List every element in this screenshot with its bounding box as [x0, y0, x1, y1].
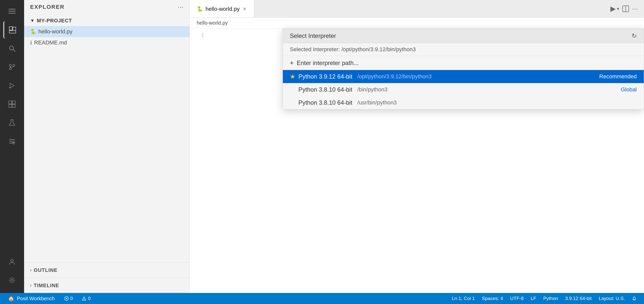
interpreter-item-python-3810-usr[interactable]: ★ Python 3.8.10 64-bit /usr/bin/python3: [283, 96, 644, 109]
interpreter-refresh-button[interactable]: ↻: [632, 32, 637, 39]
settings-icon[interactable]: [3, 271, 21, 289]
warnings-count: 0: [88, 296, 91, 301]
file-readme-md[interactable]: ℹ README.md: [24, 37, 189, 48]
svg-point-24: [11, 279, 13, 281]
python-version-status[interactable]: 3.9.12 64-bit: [562, 293, 595, 304]
outline-header[interactable]: › OUTLINE: [24, 265, 189, 276]
spaces-status[interactable]: Spaces: 4: [478, 293, 507, 304]
interpreter-item-label: Python 3.8.10 64-bit: [298, 99, 352, 106]
errors-count: 0: [70, 296, 73, 301]
svg-rect-2: [9, 13, 16, 14]
interpreter-item-left: ★ Python 3.8.10 64-bit /bin/python3: [290, 86, 621, 93]
sidebar: Explorer ··· ▼ MY-PROJECT 🐍 hello-world.…: [24, 0, 190, 293]
interpreter-item-path: /usr/bin/python3: [357, 99, 397, 106]
warnings-status[interactable]: 0: [78, 293, 94, 304]
svg-point-10: [13, 64, 15, 66]
file-label: README.md: [34, 39, 67, 46]
tab-bar: 🐍 hello-world.py ✕ ▶ ▾ ···: [190, 0, 644, 18]
interpreter-item-label: Python 3.9.12 64-bit: [298, 73, 352, 80]
account-icon[interactable]: [3, 253, 21, 270]
sidebar-title: Explorer: [30, 4, 65, 10]
project-tree: ▼ MY-PROJECT 🐍 hello-world.py ℹ README.m…: [24, 14, 189, 49]
activity-bar: [0, 0, 24, 293]
breadcrumb-file: hello-world.py: [197, 20, 228, 26]
svg-rect-5: [9, 31, 16, 33]
editor-content: 1 Select Interpreter ↻ Selected Interpre…: [190, 29, 644, 293]
project-name: MY-PROJECT: [37, 18, 72, 24]
search-icon[interactable]: [3, 40, 21, 57]
editor-area: 🐍 hello-world.py ✕ ▶ ▾ ··· h: [190, 0, 644, 293]
svg-point-31: [84, 299, 85, 300]
source-control-icon[interactable]: [3, 58, 21, 76]
timeline-section: › TIMELINE: [24, 278, 189, 293]
explorer-icon[interactable]: [3, 21, 21, 39]
file-label: hello-world.py: [38, 28, 73, 35]
interpreter-item-python-3810-bin[interactable]: ★ Python 3.8.10 64-bit /bin/python3 Glob…: [283, 83, 644, 96]
language-status[interactable]: Python: [540, 293, 562, 304]
tab-close-button[interactable]: ✕: [242, 6, 247, 12]
status-bar: 🏠 Posit Workbench 0 0 Ln 1, Col 1 Spaces…: [0, 293, 644, 304]
svg-rect-1: [9, 11, 16, 12]
svg-rect-13: [9, 101, 12, 104]
plus-icon: +: [290, 59, 294, 67]
star-icon: ★: [290, 73, 295, 80]
run-icon: ▶: [610, 5, 616, 13]
interpreter-item-python-3912[interactable]: ★ Python 3.9.12 64-bit /opt/python/3.9.1…: [283, 70, 644, 83]
interpreter-item-label: Python 3.8.10 64-bit: [298, 86, 352, 93]
outline-label: OUTLINE: [34, 267, 57, 273]
interpreter-title: Select Interpreter: [290, 32, 336, 39]
error-icon: [64, 296, 69, 301]
run-debug-icon[interactable]: [3, 77, 21, 94]
posit-workbench-icon[interactable]: [3, 133, 21, 150]
svg-rect-16: [12, 104, 15, 107]
enter-path-label: Enter interpreter path...: [297, 59, 359, 67]
outline-section: › OUTLINE: [24, 262, 189, 278]
breadcrumb: hello-world.py: [190, 18, 644, 29]
svg-line-7: [13, 49, 15, 51]
layout-status[interactable]: Layout: U.S.: [595, 293, 628, 304]
file-hello-world-py[interactable]: 🐍 hello-world.py: [24, 26, 189, 37]
python-file-icon: 🐍: [30, 29, 36, 35]
run-button[interactable]: ▶ ▾: [610, 5, 619, 13]
posit-workbench-status[interactable]: 🏠 Posit Workbench: [4, 293, 59, 304]
errors-status[interactable]: 0: [61, 293, 77, 304]
svg-rect-4: [13, 27, 16, 31]
bell-button[interactable]: [628, 293, 640, 304]
flask-icon[interactable]: [3, 114, 21, 132]
svg-rect-14: [12, 101, 15, 104]
interpreter-item-path: /opt/python/3.9.12/bin/python3: [357, 73, 432, 80]
interpreter-item-badge: Global: [621, 86, 637, 93]
enter-interpreter-path-item[interactable]: + Enter interpreter path...: [283, 56, 644, 70]
sidebar-more-button[interactable]: ···: [178, 3, 183, 11]
split-icon: [622, 5, 629, 12]
status-right: Ln 1, Col 1 Spaces: 4 UTF-8 LF Python 3.…: [448, 293, 640, 304]
tab-label: hello-world.py: [206, 6, 240, 12]
interpreter-item-left: ★ Python 3.8.10 64-bit /usr/bin/python3: [290, 99, 637, 106]
cursor-position-status[interactable]: Ln 1, Col 1: [448, 293, 478, 304]
run-dropdown-icon: ▾: [617, 6, 619, 12]
timeline-header[interactable]: › TIMELINE: [24, 280, 189, 291]
timeline-label: TIMELINE: [34, 283, 59, 288]
chevron-right-icon: ›: [30, 283, 32, 288]
interpreter-selected-info: Selected Interpreter: /opt/python/3.9.12…: [283, 43, 644, 56]
tab-hello-world-py[interactable]: 🐍 hello-world.py ✕: [190, 0, 254, 17]
encoding-status[interactable]: UTF-8: [507, 293, 527, 304]
svg-rect-15: [9, 104, 12, 107]
tab-python-icon: 🐍: [197, 6, 203, 12]
interpreter-item-left: ★ Python 3.9.12 64-bit /opt/python/3.9.1…: [290, 73, 599, 80]
svg-rect-0: [9, 9, 16, 10]
home-icon: 🏠: [8, 295, 14, 301]
interpreter-dropdown: Select Interpreter ↻ Selected Interprete…: [283, 29, 644, 109]
status-left: 🏠 Posit Workbench 0 0: [4, 293, 94, 304]
split-editor-button[interactable]: [622, 5, 629, 12]
svg-point-9: [9, 68, 11, 70]
svg-rect-3: [9, 27, 12, 30]
project-root[interactable]: ▼ MY-PROJECT: [24, 15, 189, 26]
interpreter-item-path: /bin/python3: [357, 86, 388, 93]
menu-icon[interactable]: [3, 3, 21, 20]
interpreter-item-badge: Recommended: [599, 73, 637, 80]
warning-icon: [82, 296, 86, 301]
more-actions-button[interactable]: ···: [632, 5, 638, 13]
extensions-icon[interactable]: [3, 95, 21, 113]
line-ending-status[interactable]: LF: [527, 293, 540, 304]
